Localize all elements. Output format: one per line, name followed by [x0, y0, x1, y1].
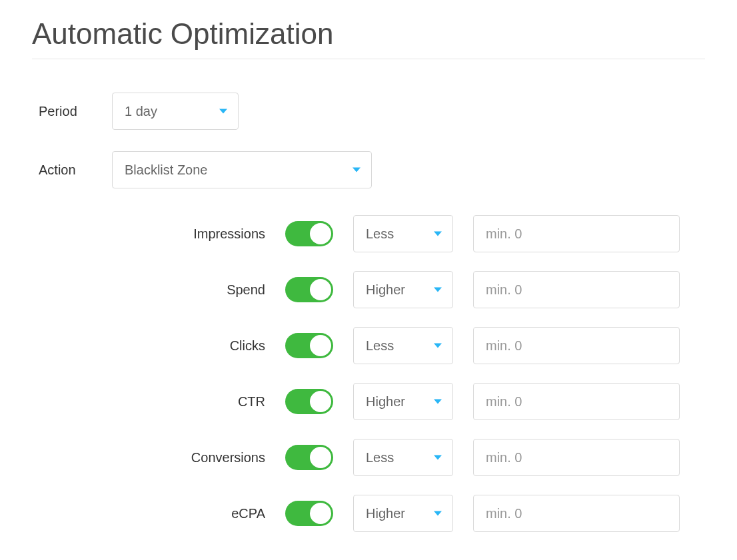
clicks-condition-select[interactable]: Less — [353, 327, 453, 364]
conversions-condition-value: Less — [366, 450, 394, 465]
toggle-knob — [310, 279, 331, 300]
impressions-label: Impressions — [39, 226, 285, 242]
page-title: Automatic Optimization — [32, 17, 705, 51]
impressions-toggle[interactable] — [285, 221, 333, 246]
ecpa-label: eCPA — [39, 506, 285, 521]
conversions-condition-select[interactable]: Less — [353, 439, 453, 476]
ctr-condition-value: Higher — [366, 394, 405, 410]
spend-value-input[interactable] — [473, 271, 680, 308]
toggle-knob — [310, 335, 331, 356]
conversions-value-input[interactable] — [473, 439, 680, 476]
chevron-down-icon — [353, 168, 361, 172]
conversions-toggle[interactable] — [285, 445, 333, 470]
ecpa-condition-value: Higher — [366, 506, 405, 521]
conversions-label: Conversions — [39, 450, 285, 465]
chevron-down-icon — [434, 455, 442, 460]
metric-row-clicks: Clicks Less — [39, 327, 705, 364]
chevron-down-icon — [219, 109, 227, 114]
period-select[interactable]: 1 day — [112, 93, 239, 130]
action-row: Action Blacklist Zone — [39, 151, 705, 188]
toggle-knob — [310, 447, 331, 468]
action-select-value: Blacklist Zone — [125, 162, 208, 178]
action-select[interactable]: Blacklist Zone — [112, 151, 372, 188]
ecpa-toggle[interactable] — [285, 501, 333, 526]
impressions-condition-value: Less — [366, 226, 394, 242]
ctr-value-input[interactable] — [473, 383, 680, 420]
chevron-down-icon — [434, 288, 442, 292]
metric-row-ecpa: eCPA Higher — [39, 495, 705, 532]
chevron-down-icon — [434, 344, 442, 348]
toggle-knob — [310, 391, 331, 412]
ecpa-condition-select[interactable]: Higher — [353, 495, 453, 532]
action-label: Action — [39, 162, 112, 178]
spend-toggle[interactable] — [285, 277, 333, 302]
clicks-value-input[interactable] — [473, 327, 680, 364]
clicks-toggle[interactable] — [285, 333, 333, 358]
ecpa-value-input[interactable] — [473, 495, 680, 532]
ctr-toggle[interactable] — [285, 389, 333, 414]
toggle-knob — [310, 503, 331, 524]
period-label: Period — [39, 104, 112, 119]
metric-row-ctr: CTR Higher — [39, 383, 705, 420]
spend-condition-value: Higher — [366, 282, 405, 298]
clicks-condition-value: Less — [366, 338, 394, 354]
spend-label: Spend — [39, 282, 285, 298]
metric-row-impressions: Impressions Less — [39, 215, 705, 252]
metric-row-conversions: Conversions Less — [39, 439, 705, 476]
period-row: Period 1 day — [39, 93, 705, 130]
metric-row-spend: Spend Higher — [39, 271, 705, 308]
ctr-condition-select[interactable]: Higher — [353, 383, 453, 420]
clicks-label: Clicks — [39, 338, 285, 354]
chevron-down-icon — [434, 400, 442, 404]
chevron-down-icon — [434, 511, 442, 516]
toggle-knob — [310, 223, 331, 244]
impressions-condition-select[interactable]: Less — [353, 215, 453, 252]
chevron-down-icon — [434, 232, 442, 236]
period-select-value: 1 day — [125, 104, 157, 119]
spend-condition-select[interactable]: Higher — [353, 271, 453, 308]
ctr-label: CTR — [39, 394, 285, 410]
impressions-value-input[interactable] — [473, 215, 680, 252]
divider — [32, 59, 705, 59]
